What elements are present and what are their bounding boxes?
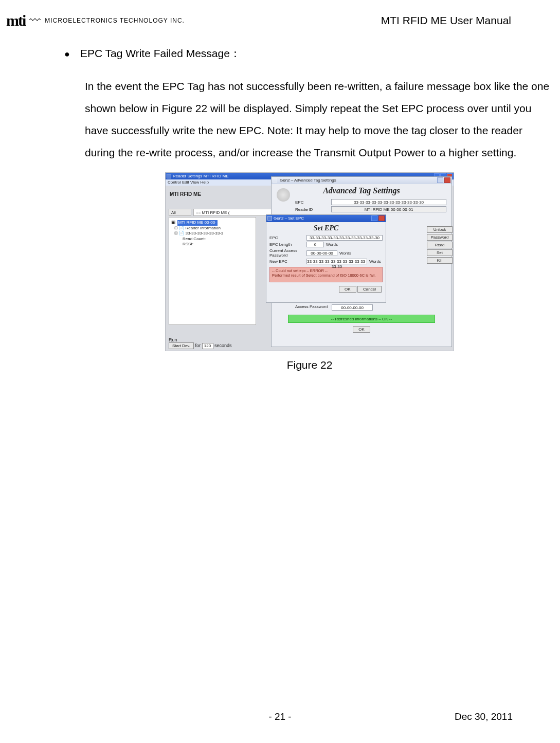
se-epc-label: EPC bbox=[269, 235, 304, 240]
run-panel: Run Start Dev. for 120 seconds bbox=[169, 337, 266, 349]
window-icon bbox=[267, 216, 272, 221]
se-new-label: New EPC bbox=[269, 259, 304, 264]
logo-glyph: mti bbox=[6, 12, 25, 29]
start-button[interactable]: Start Dev. bbox=[169, 342, 194, 349]
embedded-screenshot: Reader Settings MTI RFID ME Control Edit… bbox=[166, 173, 454, 351]
tree-toggle-icon[interactable]: ⊟ bbox=[174, 231, 178, 235]
run-for-label: for bbox=[195, 343, 201, 348]
password-button[interactable]: Password bbox=[427, 234, 453, 241]
page-header: mti 〰 MICROELECTRONICS TECHNOLOGY INC. M… bbox=[0, 9, 560, 32]
setepc-error-message: -- Could not set epc – ERROR -- Performe… bbox=[269, 267, 383, 282]
se-cap-unit: Words bbox=[339, 251, 353, 256]
adv-ok-button[interactable]: OK bbox=[353, 326, 370, 333]
tree-toggle-icon[interactable]: ▣ bbox=[171, 220, 176, 225]
se-new-input[interactable]: 33-33-33-33-33-33-33-33-33-33-33-35 bbox=[306, 259, 367, 264]
adv-titlebar-text: Gen2 – Advanced Tag Settings bbox=[280, 178, 336, 183]
set-button[interactable]: Set bbox=[427, 249, 453, 256]
logo-wave-icon: 〰 bbox=[29, 15, 41, 26]
setepc-error-line2: Performed result of Select command of IS… bbox=[272, 273, 380, 278]
adv-reader-label: ReaderID bbox=[295, 207, 328, 212]
tree-rssi: RSSI: bbox=[183, 242, 254, 247]
setepc-cancel-button[interactable]: Cancel bbox=[357, 286, 382, 293]
tree-tag-node[interactable]: 33-33-33-33-33-33-3 bbox=[185, 231, 223, 235]
run-unit-label: seconds bbox=[214, 343, 232, 348]
figure-caption: Figure 22 bbox=[64, 359, 555, 371]
se-new-unit: Words bbox=[369, 259, 383, 264]
se-cap-label: Current Access Password bbox=[269, 248, 304, 258]
unlock-button[interactable]: Unlock bbox=[427, 226, 453, 233]
tree-toggle-icon[interactable]: ⊟ bbox=[174, 226, 178, 230]
adv-side-buttons: Unlock Password Read Set Kill bbox=[427, 226, 453, 265]
app-name-label: MTI RFID ME bbox=[170, 191, 201, 197]
manual-title: MTI RFID ME User Manual bbox=[381, 14, 511, 27]
run-duration-input[interactable]: 120 bbox=[202, 343, 213, 349]
help-icon[interactable] bbox=[437, 177, 443, 183]
se-cap-input[interactable]: 00-00-00-00 bbox=[306, 250, 337, 256]
close-icon[interactable] bbox=[444, 177, 450, 183]
tree-read-count: Read Count: bbox=[183, 237, 254, 242]
window-title-text: Reader Settings MTI RFID ME bbox=[173, 174, 228, 178]
se-len-input[interactable]: 6 bbox=[306, 242, 324, 247]
se-len-unit: Words bbox=[326, 242, 339, 247]
page-date: Dec 30, 2011 bbox=[455, 711, 513, 722]
content-area: ● EPC Tag Write Failed Message： In the e… bbox=[64, 46, 560, 371]
help-icon[interactable] bbox=[371, 215, 377, 221]
reader-tree-panel[interactable]: ▣ MTI RFID ME 00-00- ⊟ 📄 Reader Informat… bbox=[169, 217, 256, 325]
window-icon bbox=[273, 178, 277, 183]
adv-reader-row: ReaderID MTI RFID ME 00-00-00-01 bbox=[272, 206, 451, 213]
set-epc-dialog: Gen2 – Set EPC Set EPC EPC33-33-33-33-33… bbox=[266, 215, 386, 302]
adv-epc-label: EPC bbox=[295, 200, 328, 205]
company-logo-block: mti 〰 MICROELECTRONICS TECHNOLOGY INC. bbox=[6, 12, 185, 29]
adv-access-label: Access Password bbox=[295, 304, 328, 311]
tree-reader-info[interactable]: Reader Information bbox=[185, 226, 220, 230]
window-icon bbox=[167, 174, 171, 178]
adv-heading: Advanced Tag Settings bbox=[272, 184, 451, 198]
adv-access-input[interactable]: 00-00-00-00 bbox=[332, 304, 373, 311]
read-button[interactable]: Read bbox=[427, 242, 453, 248]
setepc-heading: Set EPC bbox=[266, 222, 386, 234]
adv-status-message: -- Refreshed informations – OK -- bbox=[288, 315, 435, 323]
gear-icon bbox=[277, 188, 290, 202]
page-number: - 21 - bbox=[268, 711, 291, 722]
bullet-icon: ● bbox=[64, 49, 70, 59]
setepc-ok-button[interactable]: OK bbox=[339, 286, 356, 293]
se-len-label: EPC Length bbox=[269, 242, 304, 247]
readers-label: All Readers bbox=[169, 209, 191, 216]
setepc-error-line1: -- Could not set epc – ERROR -- bbox=[272, 268, 380, 273]
adv-titlebar[interactable]: Gen2 – Advanced Tag Settings bbox=[272, 177, 451, 184]
adv-epc-input[interactable]: 33-33-33-33-33-33-33-33-33-33-33-30 bbox=[331, 199, 446, 205]
setepc-titlebar-text: Gen2 – Set EPC bbox=[274, 216, 304, 221]
adv-access-row: Access Password 00-00-00-00 bbox=[272, 303, 451, 312]
bullet-heading-text: EPC Tag Write Failed Message： bbox=[80, 46, 241, 61]
setepc-titlebar[interactable]: Gen2 – Set EPC bbox=[266, 215, 386, 222]
page-footer: - 21 - Dec 30, 2011 bbox=[0, 711, 560, 722]
tree-root-node[interactable]: MTI RFID ME 00-00- bbox=[177, 220, 218, 225]
company-name: MICROELECTRONICS TECHNOLOGY INC. bbox=[45, 17, 185, 24]
bullet-heading-row: ● EPC Tag Write Failed Message： bbox=[64, 46, 555, 61]
se-epc-input[interactable]: 33-33-33-33-33-33-33-33-33-33-33-30 bbox=[306, 235, 383, 241]
adv-epc-row: EPC 33-33-33-33-33-33-33-33-33-33-33-30 bbox=[272, 198, 451, 206]
close-icon[interactable] bbox=[378, 215, 385, 221]
kill-button[interactable]: Kill bbox=[427, 257, 453, 264]
body-paragraph: In the event the EPC Tag has not success… bbox=[85, 75, 555, 164]
adv-reader-value: MTI RFID ME 00-00-00-01 bbox=[331, 206, 446, 212]
